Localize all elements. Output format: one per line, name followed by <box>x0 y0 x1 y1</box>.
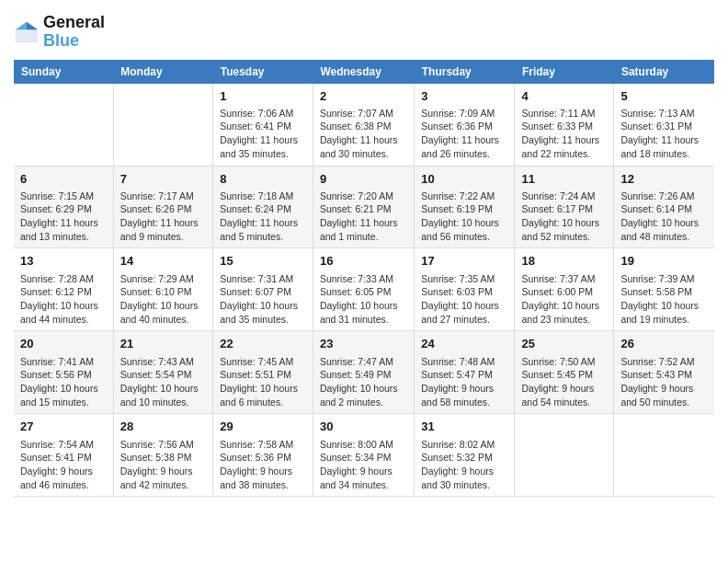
day-number: 8 <box>220 171 306 188</box>
day-info: Sunrise: 7:41 AM Sunset: 5:56 PM Dayligh… <box>20 355 107 409</box>
day-number: 22 <box>220 336 306 352</box>
day-cell: 30Sunrise: 8:00 AM Sunset: 5:34 PM Dayli… <box>313 414 414 497</box>
header-cell-thursday: Thursday <box>415 60 515 84</box>
day-number: 30 <box>320 419 407 435</box>
day-cell: 27Sunrise: 7:54 AM Sunset: 5:41 PM Dayli… <box>14 414 113 497</box>
day-info: Sunrise: 7:54 AM Sunset: 5:41 PM Dayligh… <box>20 438 107 492</box>
day-info: Sunrise: 7:47 AM Sunset: 5:49 PM Dayligh… <box>320 355 407 409</box>
day-info: Sunrise: 7:22 AM Sunset: 6:19 PM Dayligh… <box>421 190 507 244</box>
logo: GeneralBlue <box>14 14 105 51</box>
header-row: SundayMondayTuesdayWednesdayThursdayFrid… <box>14 60 714 84</box>
day-cell: 26Sunrise: 7:52 AM Sunset: 5:43 PM Dayli… <box>614 331 714 414</box>
header-cell-sunday: Sunday <box>14 60 113 84</box>
day-cell <box>14 84 113 166</box>
day-cell: 13Sunrise: 7:28 AM Sunset: 6:12 PM Dayli… <box>14 248 113 331</box>
day-cell: 15Sunrise: 7:31 AM Sunset: 6:07 PM Dayli… <box>213 248 313 331</box>
day-info: Sunrise: 7:09 AM Sunset: 6:36 PM Dayligh… <box>421 107 507 161</box>
day-cell: 2Sunrise: 7:07 AM Sunset: 6:38 PM Daylig… <box>313 84 414 166</box>
day-info: Sunrise: 7:52 AM Sunset: 5:43 PM Dayligh… <box>620 355 708 409</box>
week-row-3: 13Sunrise: 7:28 AM Sunset: 6:12 PM Dayli… <box>14 248 714 331</box>
day-cell: 4Sunrise: 7:11 AM Sunset: 6:33 PM Daylig… <box>515 84 614 166</box>
day-cell: 5Sunrise: 7:13 AM Sunset: 6:31 PM Daylig… <box>614 84 714 166</box>
day-cell: 17Sunrise: 7:35 AM Sunset: 6:03 PM Dayli… <box>415 248 515 331</box>
day-info: Sunrise: 7:45 AM Sunset: 5:51 PM Dayligh… <box>220 355 306 409</box>
day-number: 31 <box>421 419 507 435</box>
day-number: 24 <box>421 336 507 352</box>
day-cell: 22Sunrise: 7:45 AM Sunset: 5:51 PM Dayli… <box>213 331 313 414</box>
day-number: 26 <box>620 336 708 352</box>
day-number: 25 <box>521 336 607 352</box>
day-info: Sunrise: 7:28 AM Sunset: 6:12 PM Dayligh… <box>20 272 107 327</box>
day-number: 28 <box>120 419 206 435</box>
day-number: 27 <box>20 419 107 435</box>
day-info: Sunrise: 7:37 AM Sunset: 6:00 PM Dayligh… <box>521 272 607 327</box>
day-number: 2 <box>320 88 407 105</box>
day-cell: 18Sunrise: 7:37 AM Sunset: 6:00 PM Dayli… <box>515 248 614 331</box>
day-cell: 9Sunrise: 7:20 AM Sunset: 6:21 PM Daylig… <box>313 166 414 248</box>
day-info: Sunrise: 7:56 AM Sunset: 5:38 PM Dayligh… <box>120 438 206 492</box>
week-row-5: 27Sunrise: 7:54 AM Sunset: 5:41 PM Dayli… <box>14 414 714 497</box>
day-info: Sunrise: 7:58 AM Sunset: 5:36 PM Dayligh… <box>220 438 306 492</box>
header-cell-friday: Friday <box>515 60 614 84</box>
day-cell: 29Sunrise: 7:58 AM Sunset: 5:36 PM Dayli… <box>213 414 313 497</box>
day-cell: 28Sunrise: 7:56 AM Sunset: 5:38 PM Dayli… <box>113 414 212 497</box>
day-number: 4 <box>521 88 607 105</box>
day-info: Sunrise: 7:15 AM Sunset: 6:29 PM Dayligh… <box>20 190 107 244</box>
day-info: Sunrise: 8:00 AM Sunset: 5:34 PM Dayligh… <box>320 438 407 492</box>
day-number: 20 <box>20 336 107 352</box>
page-header: GeneralBlue <box>14 14 714 51</box>
day-number: 14 <box>120 253 206 270</box>
day-number: 12 <box>620 171 708 188</box>
day-number: 17 <box>421 253 507 270</box>
day-number: 18 <box>521 253 607 270</box>
day-info: Sunrise: 7:29 AM Sunset: 6:10 PM Dayligh… <box>120 272 206 327</box>
day-info: Sunrise: 7:35 AM Sunset: 6:03 PM Dayligh… <box>421 272 507 327</box>
day-info: Sunrise: 7:06 AM Sunset: 6:41 PM Dayligh… <box>220 107 306 161</box>
day-info: Sunrise: 7:20 AM Sunset: 6:21 PM Dayligh… <box>320 190 407 244</box>
day-info: Sunrise: 7:43 AM Sunset: 5:54 PM Dayligh… <box>120 355 206 409</box>
header-cell-tuesday: Tuesday <box>213 60 313 84</box>
day-cell: 6Sunrise: 7:15 AM Sunset: 6:29 PM Daylig… <box>14 166 113 248</box>
day-number: 23 <box>320 336 407 352</box>
day-info: Sunrise: 8:02 AM Sunset: 5:32 PM Dayligh… <box>421 438 507 492</box>
day-cell: 24Sunrise: 7:48 AM Sunset: 5:47 PM Dayli… <box>415 331 515 414</box>
day-info: Sunrise: 7:33 AM Sunset: 6:05 PM Dayligh… <box>320 272 407 327</box>
day-number: 19 <box>620 253 708 270</box>
day-info: Sunrise: 7:50 AM Sunset: 5:45 PM Dayligh… <box>521 355 607 409</box>
logo-text: GeneralBlue <box>43 14 105 51</box>
day-cell: 1Sunrise: 7:06 AM Sunset: 6:41 PM Daylig… <box>213 84 313 166</box>
header-cell-wednesday: Wednesday <box>313 60 414 84</box>
day-cell: 23Sunrise: 7:47 AM Sunset: 5:49 PM Dayli… <box>313 331 414 414</box>
day-cell: 8Sunrise: 7:18 AM Sunset: 6:24 PM Daylig… <box>213 166 313 248</box>
day-number: 16 <box>320 253 407 270</box>
day-number: 29 <box>220 419 306 435</box>
day-cell: 21Sunrise: 7:43 AM Sunset: 5:54 PM Dayli… <box>113 331 212 414</box>
week-row-4: 20Sunrise: 7:41 AM Sunset: 5:56 PM Dayli… <box>14 331 714 414</box>
header-cell-monday: Monday <box>113 60 212 84</box>
day-number: 3 <box>421 88 507 105</box>
svg-marker-1 <box>27 22 38 29</box>
day-cell: 31Sunrise: 8:02 AM Sunset: 5:32 PM Dayli… <box>415 414 515 497</box>
day-number: 9 <box>320 171 407 188</box>
day-cell: 25Sunrise: 7:50 AM Sunset: 5:45 PM Dayli… <box>515 331 614 414</box>
day-info: Sunrise: 7:18 AM Sunset: 6:24 PM Dayligh… <box>220 190 306 244</box>
day-info: Sunrise: 7:11 AM Sunset: 6:33 PM Dayligh… <box>521 107 607 161</box>
day-info: Sunrise: 7:24 AM Sunset: 6:17 PM Dayligh… <box>521 190 607 244</box>
day-info: Sunrise: 7:39 AM Sunset: 5:58 PM Dayligh… <box>620 272 708 327</box>
day-number: 11 <box>521 171 607 188</box>
day-number: 1 <box>220 88 306 105</box>
day-number: 6 <box>20 171 107 188</box>
day-cell <box>515 414 614 497</box>
day-cell: 3Sunrise: 7:09 AM Sunset: 6:36 PM Daylig… <box>415 84 515 166</box>
day-number: 15 <box>220 253 306 270</box>
day-cell <box>614 414 714 497</box>
day-info: Sunrise: 7:26 AM Sunset: 6:14 PM Dayligh… <box>620 190 708 244</box>
day-cell <box>113 84 212 166</box>
day-cell: 19Sunrise: 7:39 AM Sunset: 5:58 PM Dayli… <box>614 248 714 331</box>
day-cell: 12Sunrise: 7:26 AM Sunset: 6:14 PM Dayli… <box>614 166 714 248</box>
day-number: 5 <box>620 88 708 105</box>
day-number: 21 <box>120 336 206 352</box>
day-cell: 11Sunrise: 7:24 AM Sunset: 6:17 PM Dayli… <box>515 166 614 248</box>
day-number: 7 <box>120 171 206 188</box>
calendar-table: SundayMondayTuesdayWednesdayThursdayFrid… <box>14 60 714 498</box>
